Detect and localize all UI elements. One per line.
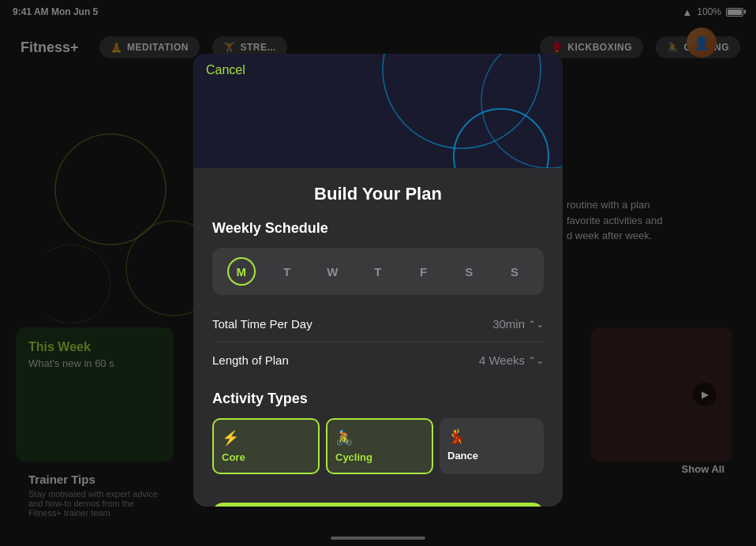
modal-title: Build Your Plan — [212, 184, 544, 204]
dance-label: Dance — [447, 450, 536, 462]
day-monday[interactable]: M — [227, 257, 256, 286]
svg-point-4 — [481, 54, 563, 168]
day-tuesday[interactable]: T — [273, 257, 301, 286]
modal-body: Build Your Plan Weekly Schedule M T W T — [193, 168, 563, 490]
build-plan-modal: Cancel Build Your Plan Weekly Schedule M — [193, 54, 563, 507]
plan-length-chevron: ⌃⌄ — [528, 355, 544, 366]
plan-length-row[interactable]: Length of Plan 4 Weeks ⌃⌄ — [212, 342, 544, 378]
day-wednesday[interactable]: W — [318, 257, 346, 286]
svg-point-3 — [383, 54, 541, 148]
activity-grid: ⚡ Core 🚴 Cycling 💃 Dance — [212, 418, 544, 474]
total-time-label: Total Time Per Day — [212, 317, 313, 331]
home-indicator — [331, 537, 425, 540]
day-sunday[interactable]: S — [500, 257, 529, 286]
total-time-chevron: ⌃⌄ — [528, 319, 544, 330]
dance-icon: 💃 — [447, 428, 536, 445]
total-time-row[interactable]: Total Time Per Day 30min ⌃⌄ — [212, 306, 544, 342]
core-icon: ⚡ — [222, 429, 310, 447]
svg-point-5 — [454, 109, 548, 168]
plan-length-value: 4 Weeks ⌃⌄ — [479, 353, 544, 367]
cycling-activity-icon: 🚴 — [335, 429, 424, 447]
modal-header: Cancel — [193, 54, 563, 168]
cancel-button[interactable]: Cancel — [206, 63, 245, 77]
cycling-label: Cycling — [335, 451, 424, 463]
core-label: Core — [222, 451, 310, 463]
weekly-schedule-label: Weekly Schedule — [212, 220, 544, 237]
days-selector: M T W T F S S — [212, 248, 544, 295]
activity-types-section: Activity Types ⚡ Core 🚴 Cycling 💃 Dance — [212, 391, 544, 474]
total-time-value: 30min ⌃⌄ — [492, 317, 544, 331]
activity-core[interactable]: ⚡ Core — [212, 418, 320, 474]
activity-types-label: Activity Types — [212, 391, 544, 407]
day-thursday[interactable]: T — [364, 257, 392, 286]
header-circles-decoration — [193, 54, 563, 168]
activity-cycling[interactable]: 🚴 Cycling — [326, 418, 433, 474]
review-plan-button[interactable]: Review Plan — [212, 503, 544, 507]
activity-dance[interactable]: 💃 Dance — [440, 418, 544, 474]
day-saturday[interactable]: S — [455, 257, 483, 286]
weekly-schedule-section: Weekly Schedule M T W T F — [212, 220, 544, 378]
day-friday[interactable]: F — [410, 257, 438, 286]
plan-length-label: Length of Plan — [212, 353, 289, 367]
